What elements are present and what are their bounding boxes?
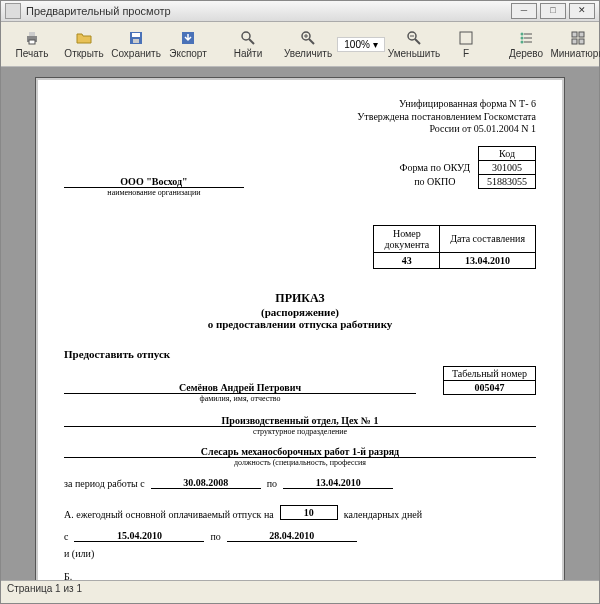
form-line1: Унифицированная форма N Т- 6 [64, 98, 536, 111]
period-label: за период работы с [64, 478, 145, 489]
position-caption: должность (специальность, профессия [64, 458, 536, 467]
thumbnails-icon [570, 30, 586, 46]
open-button[interactable]: Открыть [59, 28, 109, 61]
okud-label: Форма по ОКУД [392, 160, 479, 174]
zoom-in-icon [300, 30, 316, 46]
svg-rect-4 [132, 33, 140, 37]
window-title: Предварительный просмотр [26, 5, 171, 17]
docnum-value: 43 [374, 252, 440, 268]
svg-rect-16 [460, 32, 472, 44]
fullscreen-icon [458, 30, 474, 46]
statusbar: Страница 1 из 1 [1, 580, 599, 603]
tree-button[interactable]: Дерево [501, 28, 551, 61]
docdate-header: Дата составления [440, 225, 536, 252]
zoom-value-text: 100% [344, 39, 370, 50]
svg-line-14 [415, 39, 420, 44]
preview-window: Предварительный просмотр ─ □ ✕ Печать От… [0, 0, 600, 604]
to-label: по [210, 531, 220, 542]
from-label: с [64, 531, 68, 542]
annual-to: 28.04.2010 [227, 530, 357, 542]
annual-row: А. ежегодный основной оплачиваемый отпус… [64, 505, 536, 520]
form-line3: России от 05.01.2004 N 1 [64, 123, 536, 136]
employee-fio: Семёнов Андрей Петрович [64, 378, 416, 394]
fio-caption: фамилия, имя, отчество [64, 394, 416, 403]
svg-point-19 [521, 40, 524, 43]
svg-rect-5 [133, 39, 139, 43]
svg-rect-2 [29, 40, 35, 44]
code-header: Код [479, 146, 536, 160]
zoom-out-button[interactable]: Уменьшить [389, 28, 439, 61]
zoom-value[interactable]: 100% ▾ [337, 37, 385, 52]
okpo-label: по ОКПО [392, 174, 479, 188]
export-label: Экспорт [169, 48, 207, 59]
svg-rect-1 [29, 32, 35, 36]
department: Производственный отдел, Цех № 1 [64, 411, 536, 427]
doc-subtitle2: о предоставлении отпуска работнику [64, 318, 536, 330]
annual-days-label: календарных дней [344, 509, 422, 520]
zoom-out-label: Уменьшить [388, 48, 440, 59]
folder-open-icon [76, 30, 92, 46]
period-to: 13.04.2010 [283, 477, 393, 489]
zoom-in-button[interactable]: Увеличить [283, 28, 333, 61]
save-label: Сохранить [111, 48, 161, 59]
minimize-button[interactable]: ─ [511, 3, 537, 19]
annual-label: А. ежегодный основной оплачиваемый отпус… [64, 509, 274, 520]
svg-point-18 [521, 36, 524, 39]
svg-rect-23 [572, 32, 577, 37]
print-button[interactable]: Печать [7, 28, 57, 61]
form-line2: Утверждена постановлением Госкомстата [64, 111, 536, 124]
titlebar: Предварительный просмотр ─ □ ✕ [1, 1, 599, 22]
app-icon [5, 3, 21, 19]
document-page: Унифицированная форма N Т- 6 Утверждена … [35, 77, 565, 580]
workarea: Унифицированная форма N Т- 6 Утверждена … [1, 67, 599, 580]
fullscreen-button[interactable]: F [441, 28, 491, 61]
codes-box: Код Форма по ОКУД301005 по ОКПО51883055 [392, 146, 536, 189]
close-button[interactable]: ✕ [569, 3, 595, 19]
department-caption: структурное подразделение [64, 427, 536, 436]
save-button[interactable]: Сохранить [111, 28, 161, 61]
floppy-icon [128, 30, 144, 46]
zoom-out-icon [406, 30, 422, 46]
svg-rect-26 [579, 39, 584, 44]
tree-icon [518, 30, 534, 46]
doc-meta: Номер документа Дата составления 43 13.0… [373, 225, 536, 269]
tabnum-box: Табельный номер 005047 [443, 366, 536, 395]
svg-rect-25 [572, 39, 577, 44]
period-from: 30.08.2008 [151, 477, 261, 489]
okpo-value: 51883055 [479, 174, 536, 188]
open-label: Открыть [64, 48, 103, 59]
svg-line-10 [309, 39, 314, 44]
svg-rect-24 [579, 32, 584, 37]
svg-point-17 [521, 32, 524, 35]
annual-days: 10 [280, 505, 338, 520]
scroll-area[interactable]: Унифицированная форма N Т- 6 Утверждена … [1, 67, 599, 580]
thumbnails-label: Миниатюры [550, 48, 600, 59]
annual-from: 15.04.2010 [74, 530, 204, 542]
maximize-button[interactable]: □ [540, 3, 566, 19]
tabnum-header: Табельный номер [443, 366, 535, 380]
org-name: ООО "Восход" [64, 176, 244, 188]
zoom-in-label: Увеличить [284, 48, 332, 59]
svg-point-7 [242, 32, 250, 40]
section-b-row: Б. [64, 571, 536, 581]
fullscreen-label: F [463, 48, 469, 59]
printer-icon [24, 30, 40, 46]
position: Слесарь механосборочных работ 1-й разряд [64, 442, 536, 458]
docdate-value: 13.04.2010 [440, 252, 536, 268]
page-status: Страница 1 из 1 [7, 583, 82, 594]
doc-title: ПРИКАЗ [64, 291, 536, 306]
b-label: Б. [64, 571, 72, 581]
period-to-label: по [267, 478, 277, 489]
export-button[interactable]: Экспорт [163, 28, 213, 61]
thumbnails-button[interactable]: Миниатюры [553, 28, 600, 61]
search-icon [240, 30, 256, 46]
toolbar: Печать Открыть Сохранить Экспорт Найти [1, 22, 599, 67]
export-icon [180, 30, 196, 46]
doc-subtitle1: (распоряжение) [64, 306, 536, 318]
find-button[interactable]: Найти [223, 28, 273, 61]
form-header: Унифицированная форма N Т- 6 Утверждена … [64, 98, 536, 136]
work-period-row: за период работы с 30.08.2008 по 13.04.2… [64, 477, 536, 489]
grant-label: Предоставить отпуск [64, 348, 536, 360]
org-caption: наименование организации [64, 188, 244, 197]
docnum-header: Номер документа [374, 225, 440, 252]
